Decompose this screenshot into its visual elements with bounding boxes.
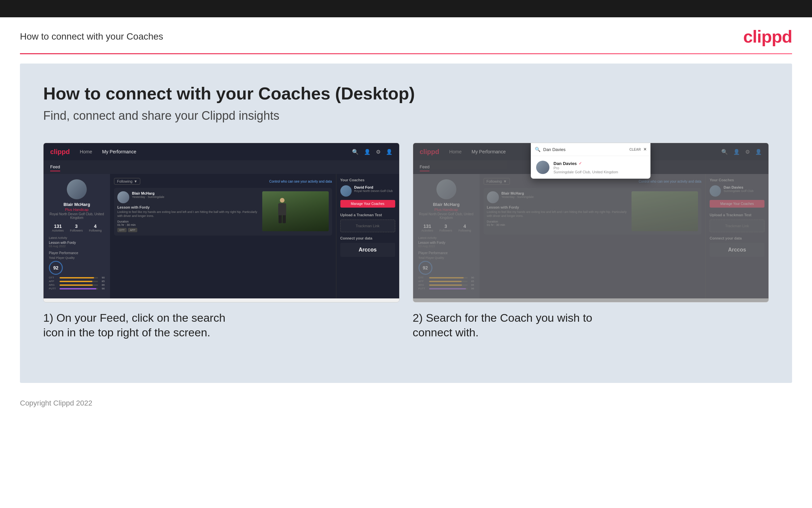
- following-btn-1[interactable]: Following ▼: [114, 178, 140, 185]
- stat-followers-value-1: 3: [70, 223, 83, 229]
- settings-icon-1[interactable]: ⚙: [376, 149, 381, 155]
- user-icon-1[interactable]: 👤: [364, 149, 371, 155]
- profile-panel-1: Blair McHarg Plus Handicap Royal North D…: [44, 174, 110, 298]
- stat-following-label-1: Following: [89, 229, 102, 232]
- connect-section-1: Connect your data Arccos: [340, 236, 395, 257]
- metric-app-1: APP 85: [49, 280, 105, 283]
- stat-activities-1: 131 Activities: [52, 223, 64, 232]
- search-result-info: Dan Davies ✓ Pro Sunningdale Golf Club, …: [554, 161, 618, 174]
- coach-item-1: David Ford Royal North Devon Golf Club: [340, 185, 395, 197]
- metric-ott-fill-1: [59, 277, 94, 279]
- following-chevron-1: ▼: [134, 179, 137, 183]
- control-link-1[interactable]: Control who can see your activity and da…: [269, 180, 332, 183]
- lesson-meta-1: Yesterday · Sunningdale: [132, 195, 164, 199]
- top-bar: [0, 0, 812, 17]
- main-subtitle: Find, connect and share your Clippd insi…: [43, 109, 769, 123]
- lesson-duration-1: Duration: [117, 220, 259, 223]
- lesson-left-1: Blair McHarg Yesterday · Sunningdale Les…: [117, 191, 259, 232]
- lesson-title-1: Lesson with Fordy: [117, 205, 259, 209]
- latest-activity-label-1: Latest Activity: [49, 236, 105, 240]
- search-result-club: Sunningdale Golf Club, United Kingdom: [554, 170, 618, 174]
- header-divider: [20, 53, 792, 54]
- upload-section-1: Upload a Trackman Test Trackman Link: [340, 213, 395, 232]
- metric-putt-fill-1: [59, 288, 96, 289]
- following-row-1: Following ▼ Control who can see your act…: [114, 178, 332, 185]
- app-body-1: Blair McHarg Plus Handicap Royal North D…: [44, 174, 399, 298]
- metric-ott-1: OTT 90: [49, 276, 105, 279]
- screenshot-2-frame: clippd Home My Performance 🔍 👤 ⚙ 👤 Feed: [413, 143, 769, 302]
- metric-putt-value-1: 96: [99, 287, 105, 290]
- profile-name-1: Blair McHarg: [49, 202, 105, 207]
- header: How to connect with your Coaches clippd: [0, 17, 812, 53]
- search-result[interactable]: Dan Davies ✓ Pro Sunningdale Golf Club, …: [531, 156, 651, 179]
- lesson-image-1: [262, 191, 329, 231]
- lesson-text-1: Looking to feel like my hands are exitin…: [117, 210, 259, 218]
- search-icon-sm: 🔍: [535, 147, 540, 152]
- lesson-header-1: Blair McHarg Yesterday · Sunningdale: [117, 191, 259, 203]
- lesson-coach-name-1: Blair McHarg: [132, 191, 164, 195]
- app-feed-tab-1: Feed: [44, 160, 399, 174]
- search-input-text[interactable]: Dan Davies: [543, 147, 626, 152]
- metric-arg-value-1: 86: [99, 284, 105, 287]
- coach-club-1: Royal North Devon Golf Club: [354, 189, 395, 193]
- stats-row-1: 131 Activities 3 Followers 4 Following: [49, 223, 105, 232]
- coach-name-1: David Ford: [354, 185, 395, 189]
- clear-button[interactable]: CLEAR: [629, 148, 640, 152]
- metric-app-value-1: 85: [99, 280, 105, 283]
- metric-app-fill-1: [59, 281, 92, 282]
- main-content: How to connect with your Coaches (Deskto…: [20, 64, 792, 383]
- app-nav-logo-1: clippd: [50, 148, 70, 156]
- stat-following-1: 4 Following: [89, 223, 102, 232]
- caption-2: 2) Search for the Coach you wish toconne…: [413, 310, 769, 340]
- stat-activities-label-1: Activities: [52, 229, 64, 232]
- page-title: How to connect with your Coaches: [20, 31, 163, 42]
- golfer-leg-right-1: [283, 215, 286, 223]
- feed-tab-1[interactable]: Feed: [50, 163, 60, 171]
- app-btn-1[interactable]: APP: [128, 228, 137, 232]
- duration-label-1: Duration: [117, 220, 129, 223]
- footer: Copyright Clippd 2022: [0, 392, 812, 414]
- metric-arg-fill-1: [59, 285, 93, 286]
- quality-circle-1: 92: [49, 261, 63, 275]
- search-result-avatar: [536, 161, 550, 174]
- lesson-coach-avatar-1: [117, 191, 129, 203]
- connect-title-1: Connect your data: [340, 236, 395, 240]
- golfer-head-1: [280, 198, 285, 203]
- close-button[interactable]: ×: [643, 146, 647, 153]
- avatar-icon-1[interactable]: 👤: [386, 149, 392, 155]
- metric-putt-label-1: PUTT: [49, 287, 58, 290]
- avatar-1: [67, 179, 87, 199]
- search-result-name: Dan Davies: [554, 161, 577, 166]
- screenshot-1-container: clippd Home My Performance 🔍 👤 ⚙ 👤 Feed: [43, 143, 399, 340]
- nav-home-1[interactable]: Home: [80, 149, 92, 154]
- metric-putt-1: PUTT 96: [49, 287, 105, 290]
- stat-followers-label-1: Followers: [70, 229, 83, 232]
- feed-panel-1: Following ▼ Control who can see your act…: [110, 174, 336, 298]
- metric-putt-bar-1: [59, 288, 98, 289]
- caption-1: 1) On your Feed, click on the searchicon…: [43, 310, 399, 340]
- golfer-leg-left-1: [279, 215, 282, 223]
- metric-arg-bar-1: [59, 285, 98, 286]
- nav-myperformance-1[interactable]: My Performance: [102, 149, 136, 154]
- stat-following-value-1: 4: [89, 223, 102, 229]
- nav-icons-1: 🔍 👤 ⚙ 👤: [352, 149, 392, 155]
- lesson-actions-1: OTT APP: [117, 228, 259, 232]
- manage-coaches-btn-1[interactable]: Manage Your Coaches: [340, 200, 395, 208]
- trackman-placeholder-1: Trackman Link: [340, 220, 395, 232]
- metric-app-label-1: APP: [49, 280, 58, 283]
- search-result-role: Pro: [554, 166, 618, 170]
- latest-activity-name-1: Lesson with Fordy: [49, 241, 105, 245]
- arccos-logo-1: Arccos: [340, 243, 395, 257]
- metric-ott-label-1: OTT: [49, 276, 58, 279]
- tpq-label-1: Total Player Quality: [49, 256, 105, 259]
- clippd-logo: clippd: [743, 27, 792, 47]
- main-title: How to connect with your Coaches (Deskto…: [43, 84, 769, 103]
- following-label-1: Following: [117, 179, 132, 183]
- golfer-legs-1: [272, 215, 292, 223]
- search-icon-1[interactable]: 🔍: [352, 149, 359, 155]
- ott-btn-1[interactable]: OTT: [117, 228, 127, 232]
- metric-ott-bar-1: [59, 277, 98, 279]
- lesson-duration-value-1: 01 hr : 30 min: [117, 223, 259, 226]
- screenshot-2-container: clippd Home My Performance 🔍 👤 ⚙ 👤 Feed: [413, 143, 769, 340]
- profile-club-1: Royal North Devon Golf Club, United King…: [49, 212, 105, 220]
